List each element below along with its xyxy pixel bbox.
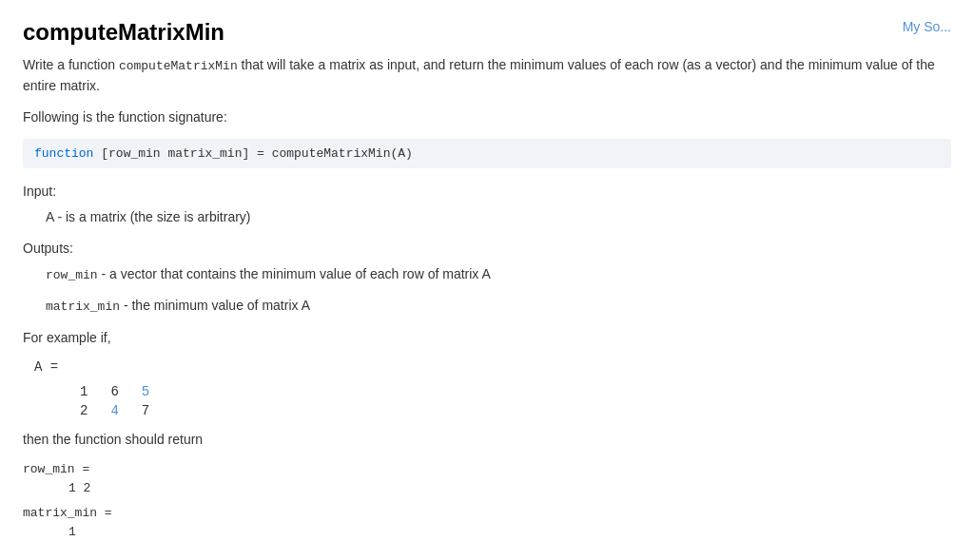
outputs-label: Outputs: [23, 239, 951, 259]
matrix-cell: 1 [68, 382, 99, 401]
matrix-table: 1 6 5 2 4 7 [68, 382, 161, 420]
signature-label: Following is the function signature: [23, 107, 951, 127]
input-label: Input: [23, 182, 951, 202]
example-var: A = [23, 359, 951, 375]
intro-text: Write a function computeMatrixMin that w… [23, 55, 951, 96]
matrix-cell-blue: 5 [130, 382, 161, 401]
function-keyword: function [34, 146, 93, 161]
matrix-min-label: matrix_min = [23, 505, 951, 520]
input-a: A - is a matrix (the size is arbitrary) [23, 207, 951, 227]
function-rest: [row_min matrix_min] = computeMatrixMin(… [93, 146, 412, 161]
my-solutions-link[interactable]: My So... [903, 19, 951, 34]
matrix-row-1: 1 6 5 [68, 382, 161, 401]
matrix-row-2: 2 4 7 [68, 401, 161, 420]
matrix-cell: 2 [68, 401, 99, 420]
output-row-min: row_min - a vector that contains the min… [23, 264, 951, 285]
example-label: For example if, [23, 328, 951, 348]
page-title: computeMatrixMin [23, 19, 224, 46]
output-matrix-min: matrix_min - the minimum value of matrix… [23, 296, 951, 317]
matrix-cell: 6 [99, 382, 129, 401]
function-signature-block: function [row_min matrix_min] = computeM… [23, 139, 951, 168]
matrix-cell-blue: 4 [99, 401, 129, 420]
result-text: then the function should return [23, 430, 951, 450]
matrix-min-value: 1 [23, 524, 951, 539]
row-min-values: 1 2 [23, 480, 951, 495]
row-min-label: row_min = [23, 461, 951, 476]
matrix-cell: 7 [130, 401, 161, 420]
